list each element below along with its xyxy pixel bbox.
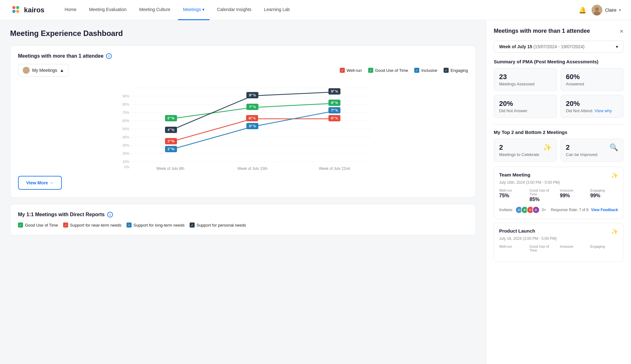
user-chevron-icon: ▾ [619,8,621,12]
meetings-dropdown[interactable]: My Meetings ▲ [18,64,69,77]
legend-engaging-label: Engaging [451,68,468,73]
stat-answered-label: Answered [566,82,618,86]
nav-calendar-insights[interactable]: Calendar Insights [212,0,257,20]
svg-point-59 [251,118,254,120]
svg-point-2 [12,10,15,13]
meeting-footer-1: Invitees: A B C D 3+ Response Rate: 7 of… [499,206,618,214]
svg-point-60 [333,118,336,120]
svg-text:50%: 50% [122,127,129,131]
chart-controls: My Meetings ▲ My Meeting [18,64,468,77]
dropdown-chevron-icon: ▲ [60,68,64,73]
user-menu[interactable]: Claire ▾ [592,5,621,15]
svg-point-67 [169,129,172,132]
logo[interactable]: kairos [10,4,44,16]
improve-label: Can be Improved [566,152,598,157]
second-card-info-icon[interactable]: i [107,212,113,217]
second-card-legend: ✓ Good Use of Time ✓ Support for near-te… [18,222,468,228]
svg-text:40%: 40% [122,135,129,139]
stat-did-not-attend-number: 20% [566,100,618,108]
divider [494,124,623,124]
notification-bell-icon[interactable]: 🔔 [579,6,587,14]
invitees-area-1: Invitees: A B C D 3+ [499,206,546,214]
stat-answered-number: 60% [566,73,618,81]
metric-well-run-value-1: 75% [499,193,527,199]
metric-engaging-2: Engaging [590,245,618,253]
svg-point-68 [251,95,254,97]
line-chart-svg: 90% 80% 70% 60% 50% 40% 30% 20% 10% 0% W… [18,82,468,170]
celebrate-label: Meetings to Celebrate [499,152,539,157]
page-layout: Meeting Experience Dashboard Meetings wi… [0,20,631,364]
metric-well-run-2: Well-run [499,245,527,253]
view-more-button[interactable]: View More → [18,176,62,190]
svg-point-5 [595,7,599,11]
legend-engaging-icon: ✓ [444,68,449,73]
svg-text:80%: 80% [122,102,129,106]
legend-inclusive: ✓ Inclusive [414,68,437,73]
svg-point-63 [333,102,336,105]
meetings-chevron-icon: ▾ [202,7,204,12]
meeting-card-header-2: Product Launch ✨ [499,228,618,235]
svg-point-64 [169,148,172,151]
legend2-long-term-label: Support for long-term needs [133,223,185,228]
metric-engaging-1: Engaging 99% [590,188,618,202]
svg-text:60%: 60% [122,119,129,123]
svg-point-62 [251,106,254,109]
legend2-near-term-icon: ✓ [63,222,68,228]
stats-grid: 23 Meetings Assessed 60% Answered 20% Di… [494,68,623,118]
meeting-date-1: July 16th, 2024 (3:00 PM - 5:00 PM) [499,180,618,185]
stat-did-not-attend: 20% Did Not Attend. View why [561,95,624,118]
dropdown-label: My Meetings [32,68,57,73]
panel-title: Meetings with more than 1 attendee [494,28,590,34]
svg-point-66 [333,110,336,112]
second-card-title-row: My 1:1 Meetings with Direct Reports i [18,212,468,217]
meeting-card-header-1: Team Meeting ✨ [499,172,618,179]
avatar [592,5,602,15]
svg-text:90%: 90% [122,94,129,98]
meeting-name-2: Product Launch [499,228,535,234]
nav-meeting-culture[interactable]: Meeting Culture [134,0,175,20]
legend-good-use: ✓ Good Use of Time [368,68,408,73]
chart-area: 90% 80% 70% 60% 50% 40% 30% 20% 10% 0% W… [18,82,468,171]
main-content: Meeting Experience Dashboard Meetings wi… [0,20,486,364]
stat-meetings-assessed-label: Meetings Assessed [499,82,551,86]
svg-point-61 [169,118,172,120]
metric-good-use-label-1: Good Use of Time [529,188,557,196]
extra-count-1: 3+ [542,208,546,212]
legend-good-use-icon: ✓ [368,68,373,73]
view-why-link[interactable]: View why [595,108,612,113]
legend-well-run-icon: ✓ [340,68,345,73]
metric-good-use-label-2: Good Use of Time [529,245,557,252]
meeting-celebrate-icon-1: ✨ [611,172,618,179]
svg-point-1 [16,6,19,9]
svg-text:20%: 20% [122,152,129,155]
meeting-card-team-meeting: Team Meeting ✨ July 16th, 2024 (3:00 PM … [494,167,623,219]
svg-point-65 [251,125,254,128]
meetings-to-celebrate-card: 2 Meetings to Celebrate ✨ [494,139,557,162]
nav-learning-lab[interactable]: Learning Lab [259,0,295,20]
avatar-stack-1: A B C D [515,206,540,214]
celebrate-icon: ✨ [543,143,551,152]
dropdown-avatar [23,67,30,74]
stat-did-not-attend-label: Did Not Attend. View why [566,108,618,113]
view-feedback-link-1[interactable]: View Feedback [591,208,618,212]
nav-home[interactable]: Home [60,0,81,20]
svg-point-58 [169,141,172,143]
close-button[interactable]: × [620,28,623,34]
nav-meeting-evaluation[interactable]: Meeting Evaluation [84,0,132,20]
nav-links: Home Meeting Evaluation Meeting Culture … [60,0,579,20]
nav-meetings[interactable]: Meetings ▾ [178,0,209,20]
chart-legend: ✓ Well-run ✓ Good Use of Time ✓ Inclusiv… [340,68,468,73]
av-4: D [532,206,540,214]
svg-text:Week of July 22nd: Week of July 22nd [319,166,350,170]
metric-inclusive-value-1: 99% [560,193,588,199]
page-title: Meeting Experience Dashboard [10,29,476,38]
week-select[interactable]: Week of July 15 (15/07/2024 - 19/07/2024… [494,41,623,53]
metric-engaging-value-1: 99% [590,193,618,199]
pma-section-title: Summary of PMA (Post Meeting Assessments… [494,59,623,64]
stat-did-not-answer: 20% Did Not Answer [494,95,557,118]
meeting-count-grid: 2 Meetings to Celebrate ✨ 2 Can be Impro… [494,139,623,162]
metric-well-run-label-2: Well-run [499,245,527,248]
response-area-1: Response Rate: 7 of 8 View Feedback [551,208,618,212]
metric-well-run-1: Well-run 75% [499,188,527,202]
chart-info-icon[interactable]: i [106,53,112,59]
